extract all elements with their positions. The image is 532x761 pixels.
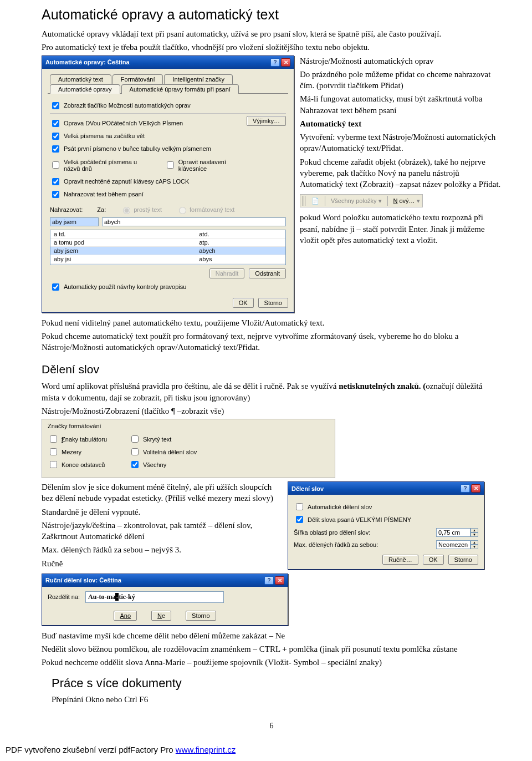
- manual-hyph-title: Ruční dělení slov: Čeština: [45, 577, 121, 584]
- chk-table-cell-caps[interactable]: Psát první písmeno v buňce tabulky velký…: [50, 144, 247, 154]
- no-button[interactable]: Ne: [151, 611, 171, 621]
- cancel-button[interactable]: Storno: [258, 298, 288, 308]
- replace-button: Nahradit: [209, 268, 245, 278]
- rb-p5: Vytvoření: vyberme text Nástroje/Možnost…: [300, 131, 502, 154]
- chk-show-options[interactable]: Zobrazit tlačítko Možnosti automatických…: [50, 100, 286, 111]
- chk-spaces[interactable]: Mezery: [48, 447, 107, 457]
- after-p1: Pokud není viditelný panel automatického…: [42, 317, 502, 328]
- spin-up-icon[interactable]: ▲: [470, 540, 478, 545]
- panel-title: Značky formátování: [48, 423, 329, 429]
- label-with: Za:: [97, 206, 106, 213]
- cancel-button[interactable]: Storno: [186, 611, 216, 621]
- chk-day-caps[interactable]: Velká počáteční písmena u názvů dnů: [50, 159, 155, 172]
- chk-keyboard[interactable]: Opravit nastavení klávesnice: [165, 159, 247, 172]
- replace-input[interactable]: [50, 217, 99, 226]
- label-replace: Nahrazovat:: [50, 206, 83, 213]
- chk-all[interactable]: Všechny: [129, 459, 197, 470]
- below-4: Ručně: [42, 558, 280, 569]
- exceptions-button[interactable]: Výjimky…: [247, 116, 286, 126]
- below-1: Standardně je dělení vypnuté.: [42, 506, 280, 518]
- autotext-toolbar: 📄 Všechny položky▾ Nový… ▾: [300, 194, 423, 207]
- list-item[interactable]: a td.atd.: [50, 230, 285, 239]
- ok-button[interactable]: OK: [423, 555, 444, 565]
- dialog-title: Automatické opravy: Čeština: [45, 59, 130, 65]
- rb2-p1: pokud Word položku automatického textu r…: [300, 212, 502, 246]
- with-input[interactable]: [102, 217, 286, 226]
- chk-auto-hyph[interactable]: Automatické dělení slov: [294, 501, 478, 512]
- radio-formatted[interactable]: formátovaný text: [176, 205, 234, 214]
- pdf-footer: PDF vytvořeno zkušební verzí pdfFactory …: [0, 742, 532, 758]
- manual-button[interactable]: Ručně…: [382, 555, 418, 565]
- end-p2: Nedělit slovo běžnou pomlčkou, ale rozdě…: [42, 643, 502, 655]
- chk-two-caps[interactable]: Oprava DVou POčátečních VElkých PÍsmen: [50, 118, 247, 129]
- after-p2: Pokud chceme automatický text použít pro…: [42, 331, 502, 353]
- tab-autocorrect[interactable]: Automatické opravy: [50, 84, 120, 94]
- rb-p2: Do prázdného pole můžeme přidat co chcem…: [300, 69, 502, 92]
- hyph-zone-input[interactable]: ▲▼: [436, 528, 478, 537]
- rb-p6: Pokud chceme zařadit objekt (obrázek), t…: [300, 156, 502, 190]
- chk-spellcheck-suggest[interactable]: Automaticky použít návrhy kontroly pravo…: [50, 282, 286, 292]
- tab-autoformat[interactable]: Automatické úpravy formátu při psaní: [121, 84, 239, 94]
- chk-caps-hyph[interactable]: Dělit slova psaná VELKÝMI PÍSMENY: [294, 514, 478, 525]
- heading-multidoc: Práce s více dokumenty: [52, 676, 502, 691]
- formatting-marks-panel: Značky formátování tZnaky tabulátoru Mez…: [42, 419, 335, 478]
- chk-capslock[interactable]: Opravit nechtěné zapnutí klávesy cAPS LO…: [50, 176, 247, 187]
- prace-p: Přepínání Okno nebo Ctrl F6: [52, 694, 502, 705]
- deleni-p2: Nástroje/Možnosti/Zobrazení (tlačítko ¶ …: [42, 405, 502, 417]
- spin-down-icon[interactable]: ▼: [470, 532, 478, 537]
- autocorrect-dialog: Automatické opravy: Čeština ? ✕ Automati…: [42, 55, 294, 313]
- yes-button[interactable]: Ano: [114, 611, 137, 621]
- hyph-max-label: Max. dělených řádků za sebou:: [294, 541, 378, 548]
- end-p1: Buď nastavíme myší kde chceme dělit nebo…: [42, 630, 502, 641]
- list-item[interactable]: a tomu podatp.: [50, 238, 285, 246]
- below-0: Dělením slov je sice dokument méně čitel…: [42, 481, 280, 504]
- page-number: 6: [42, 722, 502, 730]
- close-icon[interactable]: ✕: [471, 484, 480, 493]
- chk-tabs[interactable]: tZnaky tabulátoru: [48, 434, 107, 444]
- help-icon[interactable]: ?: [461, 484, 470, 493]
- hyph-max-input[interactable]: ▲▼: [436, 540, 478, 549]
- list-item[interactable]: aby jsiabys: [50, 255, 285, 263]
- cancel-button[interactable]: Storno: [448, 555, 478, 565]
- hyph-title: Dělení slov: [291, 485, 324, 492]
- below-2: Nástroje/jazyk/čeština – zkontrolovat, p…: [42, 520, 280, 542]
- intro-1: Automatické opravy vkládají text při psa…: [42, 28, 502, 39]
- autotext-insert-icon[interactable]: 📄: [311, 197, 319, 205]
- help-icon[interactable]: ?: [264, 576, 274, 585]
- radio-plain[interactable]: prostý text: [120, 205, 162, 214]
- help-icon[interactable]: ?: [270, 58, 280, 67]
- tab-autotext[interactable]: Automatický text: [50, 74, 111, 84]
- footer-link[interactable]: www.fineprint.cz: [176, 745, 236, 754]
- chk-sentence-caps[interactable]: Velká písmena na začátku vět: [50, 131, 247, 141]
- chk-hidden[interactable]: Skrytý text: [129, 434, 197, 444]
- tab-formatting[interactable]: Formátování: [112, 74, 163, 84]
- hyphenation-dialog: Dělení slov ? ✕ Automatické dělení slov …: [288, 481, 484, 570]
- rb-p4: Automatický text: [300, 118, 502, 129]
- close-icon[interactable]: ✕: [275, 576, 284, 585]
- end-p3: Pokud nechceme oddělit slova Anna-Marie …: [42, 657, 502, 668]
- close-icon[interactable]: ✕: [281, 58, 290, 67]
- delete-button[interactable]: Odstranit: [249, 268, 286, 278]
- intro-2: Pro automatický text je třeba použít tla…: [42, 42, 502, 53]
- deleni-p1: Word umí aplikovat příslušná pravidla pr…: [42, 380, 502, 403]
- spin-up-icon[interactable]: ▲: [470, 528, 478, 532]
- split-field[interactable]: Au-to-ma-tic-ký: [85, 591, 224, 603]
- manual-hyph-dialog: Ruční dělení slov: Čeština ? ✕ Rozdělit …: [42, 574, 288, 626]
- below-3: Max. dělených řádků za sebou – nejvýš 3.: [42, 544, 280, 555]
- rb-p1: Nástroje/Možnosti automatických oprav: [300, 55, 502, 67]
- toolbar-grip[interactable]: [303, 196, 306, 206]
- chk-opthyph[interactable]: Volitelná dělení slov: [129, 447, 197, 457]
- replace-list[interactable]: a td.atd. a tomu podatp. aby jsemabych a…: [50, 230, 286, 265]
- list-item[interactable]: aby jsemabych: [50, 246, 285, 255]
- spin-down-icon[interactable]: ▼: [470, 545, 478, 549]
- chk-para-ends[interactable]: Konce odstavců: [48, 459, 107, 470]
- chk-replace-typing[interactable]: Nahrazovat text během psaní: [50, 189, 247, 200]
- autotext-dropdown[interactable]: Všechny položky▾: [331, 197, 382, 205]
- tab-smarttags[interactable]: Intelligentní značky: [164, 74, 233, 84]
- autotext-new-button[interactable]: Nový… ▾: [393, 197, 420, 205]
- hyph-zone-label: Šířka oblasti pro dělení slov:: [294, 529, 370, 536]
- split-label: Rozdělit na:: [48, 593, 80, 600]
- autocorrect-tabs: Automatický text Formátování Intelligent…: [48, 73, 288, 94]
- ok-button[interactable]: OK: [233, 298, 254, 308]
- rb-p3: Má-li fungovat automaticky, musí být zaš…: [300, 93, 502, 116]
